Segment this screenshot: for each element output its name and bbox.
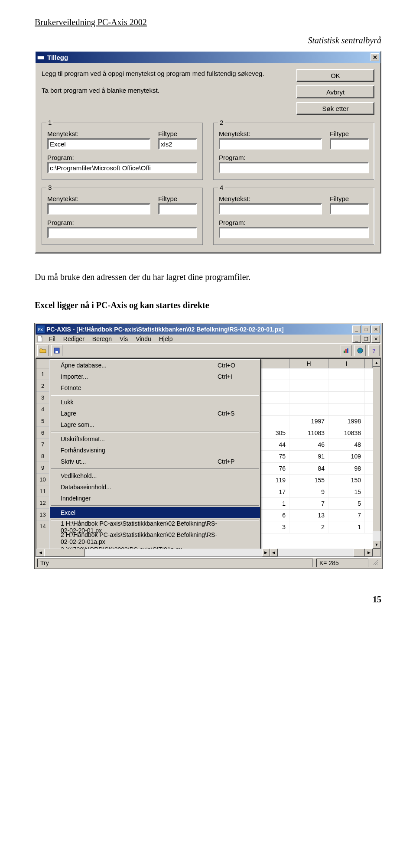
table-cell[interactable]: 109: [328, 451, 365, 462]
program-input[interactable]: [47, 162, 197, 173]
table-row[interactable]: 3051108310838: [259, 427, 373, 439]
menu-item[interactable]: Inndelinger: [50, 493, 260, 504]
menu-rediger[interactable]: Rediger: [60, 335, 88, 343]
menu-beregn[interactable]: Beregn: [89, 335, 115, 343]
table-cell[interactable]: [328, 368, 365, 380]
col-header-i[interactable]: I: [328, 359, 365, 368]
filtype-input[interactable]: [158, 138, 197, 150]
table-cell[interactable]: [259, 392, 289, 403]
menu-item[interactable]: Skriv ut...Ctrl+P: [50, 456, 260, 467]
row-header[interactable]: 4: [36, 403, 49, 415]
toolbar-help-icon[interactable]: ?: [368, 345, 380, 356]
minimize-button[interactable]: _: [352, 325, 361, 333]
menu-item[interactable]: 2 H:\Håndbok PC-axis\Statistikkbanken\02…: [50, 533, 260, 544]
table-cell[interactable]: [289, 392, 328, 403]
filtype-input[interactable]: [330, 138, 369, 150]
table-row[interactable]: 17915: [259, 486, 373, 498]
ok-button[interactable]: OK: [296, 69, 374, 82]
row-header[interactable]: 12: [36, 497, 49, 509]
menu-item[interactable]: LagreCtrl+S: [50, 408, 260, 419]
toolbar-save-icon[interactable]: [51, 345, 62, 356]
table-row[interactable]: 6137: [259, 510, 373, 521]
table-row[interactable]: [259, 392, 373, 403]
table-cell[interactable]: 10838: [328, 427, 365, 439]
table-cell[interactable]: 1997: [289, 416, 328, 427]
menytekst-input[interactable]: [47, 138, 150, 150]
dialog-titlebar[interactable]: Tillegg ✕: [36, 52, 380, 63]
mdi-close-button[interactable]: ✕: [371, 335, 380, 343]
file-menu-dropdown[interactable]: Åpne database...Ctrl+OImporter...Ctrl+IF…: [49, 359, 261, 557]
table-cell[interactable]: [259, 380, 289, 391]
menu-item[interactable]: Utskriftsformat...: [50, 433, 260, 445]
scroll-left-arrow-icon[interactable]: ◀: [36, 549, 44, 556]
table-cell[interactable]: 13: [289, 510, 328, 521]
scroll-thumb[interactable]: [373, 367, 380, 531]
table-cell[interactable]: [328, 380, 365, 391]
table-cell[interactable]: 7: [289, 498, 328, 509]
menu-item[interactable]: Vedlikehold...: [50, 470, 260, 481]
table-cell[interactable]: 1: [259, 498, 289, 509]
row-header[interactable]: 13: [36, 509, 49, 520]
table-cell[interactable]: [259, 404, 289, 415]
table-cell[interactable]: 155: [289, 475, 328, 486]
cancel-button[interactable]: Avbryt: [296, 85, 374, 98]
table-cell[interactable]: 119: [259, 475, 289, 486]
table-row[interactable]: 119155150: [259, 475, 373, 486]
menu-item[interactable]: Forhåndsvisning: [50, 445, 260, 456]
table-cell[interactable]: 6: [259, 510, 289, 521]
filtype-input[interactable]: [158, 203, 197, 215]
toolbar-chart-icon[interactable]: [341, 345, 352, 356]
table-cell[interactable]: 15: [328, 486, 365, 497]
mdi-restore-button[interactable]: ❐: [362, 335, 370, 343]
data-grid[interactable]: H I 199719983051108310838444648759110976…: [259, 359, 373, 549]
table-cell[interactable]: 305: [259, 427, 289, 439]
table-cell[interactable]: 5: [328, 498, 365, 509]
table-cell[interactable]: 11083: [289, 427, 328, 439]
h-scroll-thumb-right[interactable]: [354, 549, 365, 556]
table-cell[interactable]: 91: [289, 451, 328, 462]
row-header[interactable]: 1: [36, 368, 49, 380]
table-cell[interactable]: 46: [289, 439, 328, 450]
col-header-g[interactable]: [259, 359, 289, 368]
table-row[interactable]: [259, 368, 373, 380]
table-row[interactable]: 321: [259, 521, 373, 533]
table-cell[interactable]: 3: [259, 521, 289, 533]
menu-fil[interactable]: Fil: [46, 335, 59, 343]
menytekst-input[interactable]: [219, 203, 322, 215]
row-header[interactable]: 3: [36, 392, 49, 403]
table-cell[interactable]: 7: [328, 510, 365, 521]
row-header[interactable]: 5: [36, 415, 49, 427]
menu-item[interactable]: Lukk: [50, 397, 260, 408]
app-titlebar[interactable]: PX PC-AXIS - [H:\Håndbok PC-axis\Statist…: [36, 324, 381, 335]
toolbar-open-icon[interactable]: [37, 345, 49, 356]
maximize-button[interactable]: □: [362, 325, 370, 333]
search-button[interactable]: Søk etter: [296, 102, 374, 115]
h-scroll-thumb-left[interactable]: [44, 549, 85, 556]
mdi-minimize-button[interactable]: _: [352, 335, 361, 343]
table-cell[interactable]: 1: [328, 521, 365, 533]
menu-item[interactable]: Åpne database...Ctrl+O: [50, 360, 260, 371]
menu-vindu[interactable]: Vindu: [132, 335, 155, 343]
table-cell[interactable]: [259, 368, 289, 380]
table-cell[interactable]: 2: [289, 521, 328, 533]
table-cell[interactable]: 98: [328, 463, 365, 474]
table-row[interactable]: 7591109: [259, 451, 373, 462]
table-cell[interactable]: [289, 380, 328, 391]
menu-item[interactable]: Fotnote: [50, 382, 260, 393]
table-cell[interactable]: 1998: [328, 416, 365, 427]
scroll-right-mid-icon[interactable]: ▶: [262, 549, 270, 556]
dialog-close-button[interactable]: ✕: [370, 53, 379, 61]
table-cell[interactable]: 84: [289, 463, 328, 474]
statusbar-grip-icon[interactable]: [372, 559, 380, 567]
scroll-right-arrow-icon[interactable]: ▶: [365, 549, 373, 556]
row-header[interactable]: 6: [36, 427, 49, 439]
program-input[interactable]: [219, 227, 369, 238]
filtype-input[interactable]: [330, 203, 369, 215]
row-header[interactable]: 2: [36, 380, 49, 392]
vertical-scrollbar[interactable]: ▲ ▼: [373, 359, 380, 549]
program-input[interactable]: [219, 162, 369, 173]
program-input[interactable]: [47, 227, 197, 238]
horizontal-scrollbar[interactable]: ◀ ▶ ◀ ▶: [36, 549, 373, 556]
table-cell[interactable]: 17: [259, 486, 289, 497]
table-row[interactable]: 444648: [259, 439, 373, 451]
